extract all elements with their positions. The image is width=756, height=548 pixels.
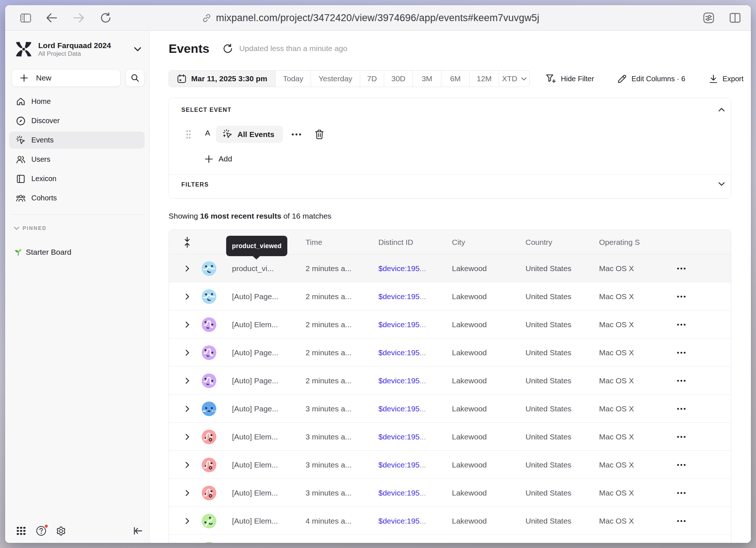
cell-distinct-id[interactable]: $device:195... xyxy=(378,507,448,535)
search-button[interactable] xyxy=(126,69,145,87)
expand-row-button[interactable] xyxy=(180,338,194,367)
sidebar-item-users[interactable]: Users xyxy=(9,151,145,168)
address-bar[interactable]: mixpanel.com/project/3472420/view/397469… xyxy=(202,5,539,31)
add-event-button[interactable]: Add xyxy=(205,152,232,166)
cell-event-name[interactable]: [Auto] Page... xyxy=(232,395,301,423)
expand-row-button[interactable] xyxy=(180,479,194,507)
table-row[interactable]: [Auto] Elem... 3 minutes a... $device:19… xyxy=(169,479,731,507)
page-settings-button[interactable] xyxy=(698,5,719,31)
table-row[interactable]: [Auto] Page... 2 minutes a... $device:19… xyxy=(169,367,731,395)
distinct-id-link[interactable]: $device:195 xyxy=(378,264,420,273)
cell-event-name[interactable]: [Auto] Elem... xyxy=(232,479,301,507)
cell-distinct-id[interactable]: $device:195... xyxy=(378,367,448,395)
event-selector-chip[interactable]: All Events xyxy=(216,126,283,143)
sidebar-item-starter-board[interactable]: Starter Board xyxy=(14,247,71,257)
distinct-id-link[interactable]: $device:195 xyxy=(378,404,420,413)
distinct-id-link[interactable]: $device:195 xyxy=(378,320,420,329)
row-actions-button[interactable] xyxy=(672,254,690,282)
apps-grid-button[interactable] xyxy=(16,525,27,536)
hide-filter-button[interactable]: Hide Filter xyxy=(546,70,594,87)
clause-options-button[interactable] xyxy=(289,126,304,143)
distinct-id-link[interactable]: $device:195 xyxy=(378,461,420,469)
export-button[interactable]: Export xyxy=(709,70,744,87)
expand-row-button[interactable] xyxy=(180,395,194,423)
pinned-section-header[interactable]: PINNED xyxy=(14,225,47,231)
collapse-all-button[interactable] xyxy=(180,230,194,254)
expand-row-button[interactable] xyxy=(180,507,194,535)
sidebar-toggle-button[interactable] xyxy=(15,5,36,31)
cell-event-name[interactable]: [Auto] Elem... xyxy=(232,423,301,451)
column-header-time[interactable]: Time xyxy=(306,230,322,254)
sidebar-item-lexicon[interactable]: Lexicon xyxy=(9,170,145,187)
delete-clause-button[interactable] xyxy=(312,126,327,143)
column-header-distinct-id[interactable]: Distinct ID xyxy=(378,230,413,254)
table-row[interactable]: [Auto] Elem... 3 minutes a... $device:19… xyxy=(169,423,731,451)
cell-event-name[interactable] xyxy=(232,535,301,543)
distinct-id-link[interactable]: $device:195 xyxy=(378,376,420,385)
row-actions-button[interactable] xyxy=(672,282,690,310)
help-button[interactable] xyxy=(36,525,47,536)
expand-row-button[interactable] xyxy=(180,282,194,310)
row-actions-button[interactable] xyxy=(672,535,690,543)
cell-event-name[interactable]: [Auto] Elem... xyxy=(232,310,301,338)
cell-event-name[interactable]: [Auto] Page... xyxy=(232,367,301,395)
table-row[interactable]: [Auto] Elem... 4 minutes a... $device:19… xyxy=(169,507,731,535)
collapse-sidebar-button[interactable] xyxy=(133,525,143,536)
distinct-id-link[interactable]: $device:195 xyxy=(378,489,420,497)
cell-event-name[interactable]: [Auto] Page... xyxy=(232,282,301,310)
cell-distinct-id[interactable]: $device:195... xyxy=(378,282,448,310)
cell-event-name[interactable]: [Auto] Elem... xyxy=(232,507,301,535)
collapse-section-button[interactable] xyxy=(717,105,726,114)
expand-row-button[interactable] xyxy=(180,254,194,282)
row-actions-button[interactable] xyxy=(672,395,690,423)
row-actions-button[interactable] xyxy=(672,479,690,507)
drag-handle-icon[interactable] xyxy=(186,130,191,139)
edit-columns-button[interactable]: Edit Columns · 6 xyxy=(617,70,685,87)
project-switcher[interactable]: Lord Farquaad 2024 All Project Data xyxy=(15,39,144,60)
distinct-id-link[interactable]: $device:195 xyxy=(378,292,420,301)
cell-distinct-id[interactable]: $device:195... xyxy=(378,479,448,507)
distinct-id-link[interactable]: $device:195 xyxy=(378,348,420,357)
sidebar-item-discover[interactable]: Discover xyxy=(9,112,145,129)
expand-row-button[interactable] xyxy=(180,451,194,479)
distinct-id-link[interactable]: $device:195 xyxy=(378,432,420,441)
row-actions-button[interactable] xyxy=(672,367,690,395)
sidebar-item-home[interactable]: Home xyxy=(9,93,145,110)
cell-event-name[interactable]: [Auto] Elem... xyxy=(232,451,301,479)
table-row[interactable]: [Auto] Page... 2 minutes a... $device:19… xyxy=(169,338,731,367)
split-view-button[interactable] xyxy=(725,5,745,31)
cell-distinct-id[interactable]: $device:195... xyxy=(378,395,448,423)
cell-distinct-id[interactable] xyxy=(378,535,448,543)
row-actions-button[interactable] xyxy=(672,507,690,535)
table-row[interactable]: [Auto] Page... 3 minutes a... $device:19… xyxy=(169,395,731,423)
refresh-button[interactable] xyxy=(223,43,233,54)
row-actions-button[interactable] xyxy=(672,338,690,367)
settings-button[interactable] xyxy=(55,525,66,536)
expand-row-button[interactable] xyxy=(180,535,194,543)
cell-distinct-id[interactable]: $device:195... xyxy=(378,310,448,338)
cell-distinct-id[interactable]: $device:195... xyxy=(378,451,448,479)
table-row[interactable]: [Auto] Elem... 2 minutes a... $device:19… xyxy=(169,310,731,338)
table-row[interactable]: [Auto] Elem... 3 minutes a... $device:19… xyxy=(169,451,731,479)
cell-event-name[interactable]: [Auto] Page... xyxy=(232,338,301,367)
cell-distinct-id[interactable]: $device:195... xyxy=(378,423,448,451)
table-row[interactable]: [Auto] Page... 2 minutes a... $device:19… xyxy=(169,282,731,310)
table-row[interactable] xyxy=(169,535,731,543)
expand-filters-button[interactable] xyxy=(717,180,726,188)
expand-row-button[interactable] xyxy=(180,423,194,451)
cell-distinct-id[interactable]: $device:195... xyxy=(378,338,448,367)
cell-event-name[interactable]: product_vi... xyxy=(232,254,301,282)
column-header-country[interactable]: Country xyxy=(525,230,552,254)
sidebar-item-cohorts[interactable]: Cohorts xyxy=(9,189,145,207)
cell-distinct-id[interactable]: $device:195... xyxy=(378,254,448,282)
reload-button[interactable] xyxy=(95,5,116,31)
new-button[interactable]: New xyxy=(12,69,121,87)
row-actions-button[interactable] xyxy=(672,310,690,338)
sidebar-item-events[interactable]: Events xyxy=(9,132,145,149)
expand-row-button[interactable] xyxy=(180,310,194,338)
distinct-id-link[interactable]: $device:195 xyxy=(378,517,420,525)
column-header-city[interactable]: City xyxy=(452,230,465,254)
row-actions-button[interactable] xyxy=(672,451,690,479)
expand-row-button[interactable] xyxy=(180,367,194,395)
forward-button[interactable] xyxy=(68,5,89,31)
